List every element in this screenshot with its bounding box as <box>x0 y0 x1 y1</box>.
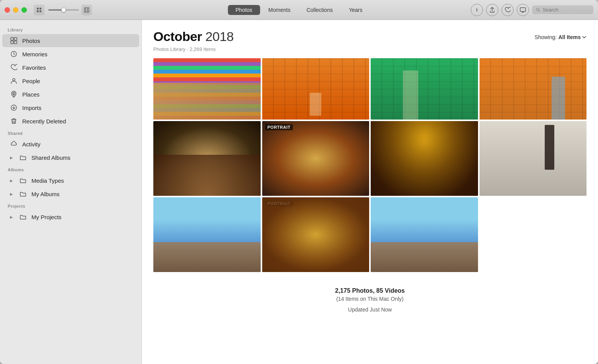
svg-rect-11 <box>11 38 13 40</box>
photo-placeholder <box>480 197 587 272</box>
sidebar-item-memories[interactable]: Memories <box>2 48 139 61</box>
sidebar-item-photos-label: Photos <box>22 38 40 44</box>
photo-item-1[interactable] <box>153 58 261 120</box>
folder-media-icon <box>19 177 27 184</box>
photo-item-10[interactable]: PORTRAIT <box>262 197 370 272</box>
svg-rect-12 <box>14 38 17 40</box>
svg-rect-0 <box>37 8 39 10</box>
sidebar-item-media-types-label: Media Types <box>31 177 64 184</box>
svg-point-16 <box>13 79 15 81</box>
sidebar-section-albums: Albums <box>0 164 141 174</box>
sidebar-item-places-label: Places <box>22 91 39 98</box>
tab-collections[interactable]: Collections <box>299 5 340 15</box>
share-icon <box>489 7 495 13</box>
sidebar-item-favorites[interactable]: Favorites <box>2 61 139 74</box>
sidebar-item-recently-deleted[interactable]: Recently Deleted <box>2 115 139 128</box>
expand-icon-media-types: ▶ <box>10 179 13 183</box>
app-window: Photos Moments Collections Years i <box>0 0 598 364</box>
maximize-button[interactable] <box>21 7 27 13</box>
photo-row-3: PORTRAIT <box>153 197 586 272</box>
month-label: October <box>153 29 202 44</box>
expand-icon-my-projects: ▶ <box>10 215 13 219</box>
sidebar-item-memories-label: Memories <box>22 51 48 57</box>
photo-item-2[interactable] <box>262 58 370 120</box>
tab-years[interactable]: Years <box>341 5 370 15</box>
sidebar-item-my-albums-label: My Albums <box>31 191 59 197</box>
folder-shared-icon <box>19 154 27 161</box>
search-box[interactable] <box>532 5 593 14</box>
photo-item-7[interactable] <box>371 121 478 196</box>
zoom-slider[interactable] <box>48 9 79 11</box>
photos-count: 2,175 Photos, 85 Videos <box>153 287 586 294</box>
search-icon <box>536 7 540 12</box>
cloud-icon <box>10 140 18 148</box>
svg-rect-8 <box>87 10 88 11</box>
titlebar-controls <box>34 5 92 15</box>
sidebar: Library Photos <box>0 20 142 364</box>
main-area: Library Photos <box>0 20 598 364</box>
sidebar-section-shared: Shared <box>0 128 141 137</box>
import-icon <box>10 104 18 111</box>
photo-item-3[interactable] <box>371 58 478 120</box>
slideshow-icon <box>520 7 526 13</box>
showing-dropdown[interactable]: All Items <box>559 34 586 40</box>
traffic-lights <box>5 7 27 13</box>
photo-item-4[interactable] <box>480 58 587 120</box>
svg-rect-9 <box>520 8 526 11</box>
photo-item-6[interactable]: PORTRAIT <box>262 121 370 196</box>
showing-label: Showing: <box>535 34 557 40</box>
photo-item-8[interactable] <box>480 121 587 196</box>
sidebar-item-my-albums[interactable]: ▶ My Albums <box>2 187 139 200</box>
info-button[interactable]: i <box>471 4 483 16</box>
svg-rect-13 <box>11 41 13 44</box>
svg-point-10 <box>536 8 539 11</box>
sidebar-item-my-projects-label: My Projects <box>31 214 61 220</box>
expand-icon-shared-albums: ▶ <box>10 156 13 160</box>
sidebar-item-places[interactable]: Places <box>2 88 139 101</box>
content-footer: 2,175 Photos, 85 Videos (14 Items on Thi… <box>153 280 586 316</box>
tab-photos[interactable]: Photos <box>228 5 260 15</box>
photo-item-5[interactable] <box>153 121 261 196</box>
tab-moments[interactable]: Moments <box>261 5 298 15</box>
expand-icon-my-albums: ▶ <box>10 192 13 196</box>
sidebar-item-imports[interactable]: Imports <box>2 101 139 114</box>
year-label: 2018 <box>205 29 234 44</box>
favorite-button[interactable] <box>501 4 514 16</box>
svg-rect-6 <box>87 8 88 10</box>
svg-rect-4 <box>84 8 89 12</box>
sidebar-item-shared-albums-label: Shared Albums <box>31 154 71 161</box>
sidebar-item-shared-albums[interactable]: ▶ Shared Albums <box>2 151 139 164</box>
folder-projects-icon <box>19 213 27 221</box>
folder-my-albums-icon <box>19 190 27 198</box>
close-button[interactable] <box>5 7 10 13</box>
svg-rect-7 <box>85 10 86 11</box>
minimize-button[interactable] <box>13 7 18 13</box>
trash-icon <box>10 117 18 125</box>
svg-rect-5 <box>85 8 86 10</box>
page-title: October 2018 <box>153 29 233 44</box>
sidebar-item-media-types[interactable]: ▶ Media Types <box>2 174 139 187</box>
pin-icon <box>10 90 18 98</box>
titlebar-right: i <box>471 4 593 16</box>
content-area: October 2018 Photos Library · 2,269 Item… <box>142 20 598 364</box>
sidebar-item-imports-label: Imports <box>22 105 41 111</box>
sidebar-item-recently-deleted-label: Recently Deleted <box>22 118 66 125</box>
tab-bar: Photos Moments Collections Years <box>228 5 370 15</box>
svg-rect-3 <box>39 10 41 12</box>
slideshow-button[interactable] <box>517 4 529 16</box>
fullscreen-button[interactable] <box>81 5 92 15</box>
sidebar-item-my-projects[interactable]: ▶ My Projects <box>2 210 139 223</box>
heart-nav-icon <box>10 64 18 71</box>
photo-row-2: PORTRAIT <box>153 121 586 196</box>
sidebar-item-photos[interactable]: Photos <box>2 34 139 47</box>
sidebar-item-activity[interactable]: Activity <box>2 138 139 151</box>
mac-only-note: (14 Items on This Mac Only) <box>153 296 586 302</box>
photo-item-9[interactable] <box>153 197 261 272</box>
share-button[interactable] <box>486 4 498 16</box>
thumbnail-view-button[interactable] <box>34 5 44 15</box>
memories-icon <box>10 50 18 58</box>
photo-item-11[interactable] <box>371 197 478 272</box>
sidebar-item-people[interactable]: People <box>2 74 139 87</box>
search-input[interactable] <box>542 7 590 13</box>
sidebar-item-people-label: People <box>22 78 40 84</box>
